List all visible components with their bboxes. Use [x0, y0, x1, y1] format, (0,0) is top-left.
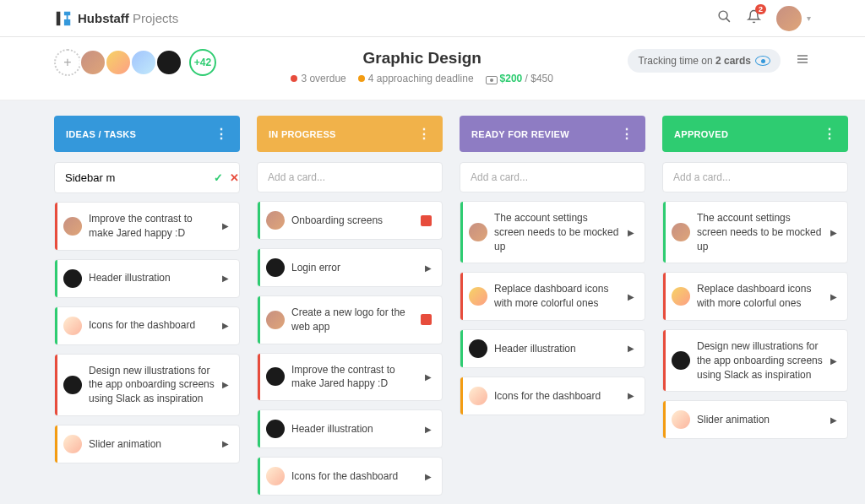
card-title: Design new illustrations for the app onb…: [89, 364, 215, 406]
play-icon[interactable]: ▶: [425, 472, 432, 481]
dot-yellow-icon: [358, 75, 365, 82]
project-meta: 3 overdue 4 approaching deadline $200 / …: [216, 73, 628, 84]
card-title: Improve the contrast to make Jared happy…: [89, 212, 215, 241]
tracking-pill[interactable]: Tracking time on 2 cards: [628, 49, 781, 73]
column-header: IN PROGRESS⋮: [257, 116, 443, 152]
avatar: [776, 6, 802, 31]
card[interactable]: Improve the contrast to make Jared happy…: [54, 202, 240, 251]
play-icon[interactable]: ▶: [830, 415, 837, 425]
play-icon[interactable]: ▶: [628, 391, 634, 400]
card[interactable]: Login error▶: [257, 248, 443, 287]
avatar: [266, 367, 285, 386]
card[interactable]: Replace dashboard icons with more colorf…: [662, 272, 848, 321]
card[interactable]: Improve the contrast to make Jared happy…: [257, 353, 443, 402]
brand[interactable]: Hubstaff Projects: [54, 9, 178, 28]
more-members-button[interactable]: +42: [189, 49, 216, 76]
avatar[interactable]: [155, 49, 182, 76]
column: READY FOR REVIEW⋮Add a card...The accoun…: [460, 116, 645, 415]
avatar[interactable]: [105, 49, 132, 76]
card[interactable]: Design new illustrations for the app onb…: [54, 354, 240, 416]
stop-icon[interactable]: [421, 314, 432, 325]
card[interactable]: Onboarding screens: [257, 201, 443, 240]
add-member-button[interactable]: +: [54, 49, 81, 76]
avatar: [63, 376, 82, 394]
card[interactable]: Header illustration▶: [257, 409, 443, 448]
column: APPROVED⋮Add a card...The account settin…: [662, 116, 848, 439]
avatar: [266, 467, 285, 485]
card-title: Slider animation: [89, 437, 215, 452]
logo-icon: [54, 9, 73, 28]
play-icon[interactable]: ▶: [628, 228, 634, 237]
play-icon[interactable]: ▶: [222, 274, 229, 283]
card-title: Icons for the dashboard: [494, 389, 621, 404]
add-card-button[interactable]: Add a card...: [662, 162, 848, 192]
play-icon[interactable]: ▶: [425, 263, 432, 273]
kebab-icon[interactable]: ⋮: [417, 126, 431, 142]
add-card-button[interactable]: Add a card...: [460, 162, 645, 192]
brand-name: Hubstaff Projects: [78, 11, 178, 25]
card[interactable]: Header illustration▶: [54, 259, 240, 298]
card[interactable]: Design new illustrations for the app onb…: [662, 329, 848, 392]
card-title: Create a new logo for the web app: [291, 306, 414, 334]
play-icon[interactable]: ▶: [425, 372, 432, 382]
play-icon[interactable]: ▶: [222, 321, 229, 330]
card[interactable]: The account settings screen needs to be …: [662, 201, 848, 263]
svg-line-1: [726, 19, 730, 22]
card[interactable]: Slider animation▶: [54, 425, 240, 463]
stop-icon[interactable]: [421, 215, 432, 226]
add-card-button[interactable]: Add a card...: [257, 162, 443, 192]
close-icon[interactable]: ✕: [230, 171, 239, 184]
play-icon[interactable]: ▶: [425, 425, 432, 434]
play-icon[interactable]: ▶: [222, 221, 229, 230]
card[interactable]: The account settings screen needs to be …: [460, 201, 645, 263]
card[interactable]: Icons for the dashboard▶: [460, 377, 645, 415]
avatar: [266, 211, 285, 230]
avatar: [266, 420, 285, 438]
avatar[interactable]: [130, 49, 157, 76]
avatar: [63, 317, 82, 335]
card[interactable]: Icons for the dashboard▶: [257, 457, 443, 496]
new-card-input[interactable]: ✓✕: [54, 162, 240, 193]
column-header: READY FOR REVIEW⋮: [460, 116, 645, 152]
board: IDEAS / TASKS⋮✓✕Improve the contrast to …: [0, 100, 865, 504]
card-title: Icons for the dashboard: [89, 318, 215, 333]
play-icon[interactable]: ▶: [628, 292, 634, 301]
play-icon[interactable]: ▶: [830, 292, 837, 301]
members: + +42: [54, 49, 216, 76]
card[interactable]: Create a new logo for the web app: [257, 295, 443, 344]
topbar-right: 2 ▾: [717, 6, 811, 31]
kebab-icon[interactable]: ⋮: [823, 126, 836, 142]
play-icon[interactable]: ▶: [628, 344, 634, 353]
play-icon[interactable]: ▶: [222, 380, 229, 389]
kebab-icon[interactable]: ⋮: [620, 126, 634, 142]
card-title: The account settings screen needs to be …: [697, 211, 824, 253]
check-icon[interactable]: ✓: [214, 171, 223, 184]
eye-icon: [755, 56, 770, 66]
column-title: READY FOR REVIEW: [471, 129, 569, 139]
card-title: Replace dashboard icons with more colorf…: [697, 282, 824, 311]
dot-red-icon: [291, 75, 297, 82]
card[interactable]: Icons for the dashboard▶: [54, 306, 240, 345]
play-icon[interactable]: ▶: [222, 439, 229, 448]
search-icon[interactable]: [717, 9, 732, 27]
play-icon[interactable]: ▶: [830, 356, 837, 366]
card-title: Design new illustrations for the app onb…: [697, 339, 824, 382]
avatar: [672, 351, 690, 370]
play-icon[interactable]: ▶: [830, 228, 837, 237]
user-menu[interactable]: ▾: [776, 6, 811, 31]
page-title: Graphic Design: [216, 49, 628, 68]
card[interactable]: Slider animation▶: [662, 400, 848, 439]
avatar: [63, 269, 82, 288]
card[interactable]: Header illustration▶: [460, 329, 645, 368]
card[interactable]: Replace dashboard icons with more colorf…: [460, 272, 645, 321]
avatar: [469, 223, 487, 241]
bell-icon[interactable]: 2: [747, 9, 761, 27]
menu-icon[interactable]: [794, 52, 811, 69]
avatar[interactable]: [79, 49, 106, 76]
project-header: Graphic Design 3 overdue 4 approaching d…: [216, 49, 628, 84]
chevron-down-icon: ▾: [807, 14, 811, 23]
subbar-right: Tracking time on 2 cards: [628, 49, 811, 73]
kebab-icon[interactable]: ⋮: [215, 126, 228, 142]
avatar: [672, 410, 690, 429]
new-card-field[interactable]: [65, 171, 207, 184]
